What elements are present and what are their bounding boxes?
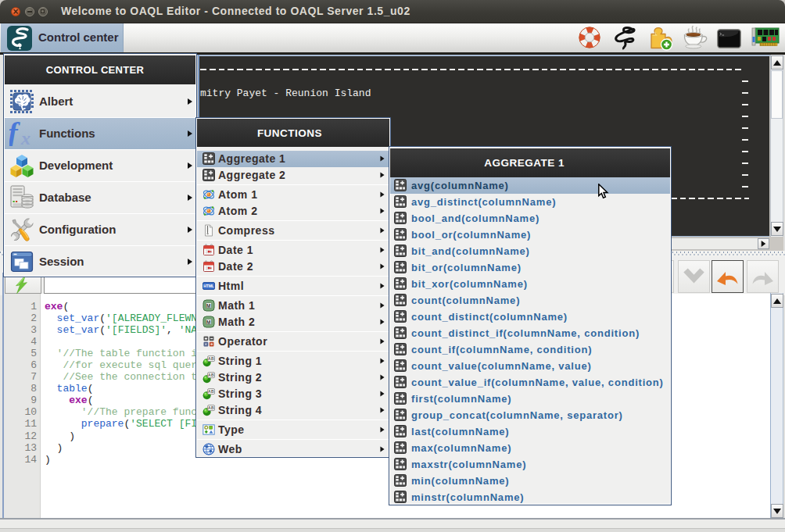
svg-text:M: M [206,320,211,325]
svg-text:AB: AB [208,389,214,394]
svg-text:M: M [206,303,211,309]
svg-text:AB: AB [208,405,214,410]
svg-text:AB: AB [208,356,214,361]
svg-text:AB: AB [208,373,214,377]
svg-text:HTML: HTML [203,284,214,288]
svg-text:x: x [20,128,30,146]
svg-text:f: f [9,121,20,146]
